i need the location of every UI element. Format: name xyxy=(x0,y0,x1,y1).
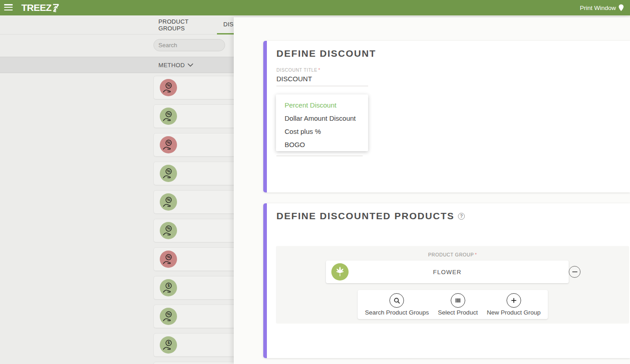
dollar-hand-icon: $ xyxy=(160,279,177,296)
dollar-hand-icon: $ xyxy=(160,336,177,354)
search-product-groups-label: Search Product Groups xyxy=(365,309,429,316)
search-product-groups-button[interactable]: Search Product Groups xyxy=(365,293,429,316)
svg-text:%: % xyxy=(167,312,171,316)
dropdown-option[interactable]: BOGO xyxy=(276,138,368,151)
treez-logo: TREEZ xyxy=(21,2,59,13)
define-discount-card: DEFINE DISCOUNT DISCOUNT TITLE* Percent … xyxy=(263,41,630,192)
percent-hand-icon: % xyxy=(160,308,177,325)
percent-hand-icon: % xyxy=(160,222,177,239)
define-discounted-products-title: DEFINE DISCOUNTED PRODUCTS xyxy=(276,211,454,221)
define-discounted-products-card: DEFINE DISCOUNTED PRODUCTS? PRODUCT GROU… xyxy=(263,203,630,358)
menu-icon[interactable] xyxy=(4,4,13,11)
cannabis-leaf-icon xyxy=(331,263,349,280)
product-group-chip[interactable]: FLOWER xyxy=(326,261,569,283)
svg-text:$: $ xyxy=(167,340,170,345)
plus-icon xyxy=(507,293,521,308)
method-sort-control[interactable]: METHOD xyxy=(158,62,193,69)
search-input[interactable] xyxy=(154,42,225,49)
select-product-label: Select Product xyxy=(438,309,478,316)
discount-title-input[interactable] xyxy=(276,74,368,86)
discount-editor-panel: DEFINE DISCOUNT DISCOUNT TITLE* Percent … xyxy=(234,17,630,364)
discount-title-label: DISCOUNT TITLE* xyxy=(276,68,320,73)
product-group-section: PRODUCT GROUP* FLOWER xyxy=(276,246,629,324)
search-box xyxy=(153,39,225,51)
print-window-button[interactable]: Print Window xyxy=(580,0,624,15)
search-icon xyxy=(389,293,404,308)
chevron-down-icon xyxy=(187,63,193,67)
svg-text:%: % xyxy=(167,140,171,145)
location-pin-icon xyxy=(618,4,624,11)
required-asterisk: * xyxy=(475,252,477,257)
new-product-group-label: New Product Group xyxy=(487,309,541,316)
svg-text:%: % xyxy=(167,169,171,173)
svg-text:%: % xyxy=(167,197,171,202)
define-discount-title: DEFINE DISCOUNT xyxy=(276,48,376,59)
percent-hand-icon: % xyxy=(160,251,177,268)
product-group-label-text: PRODUCT GROUP xyxy=(428,252,474,257)
discount-title-label-text: DISCOUNT TITLE xyxy=(276,68,317,73)
svg-text:$: $ xyxy=(167,283,170,288)
svg-text:%: % xyxy=(167,226,171,231)
tab-product-groups-label: PRODUCT GROUPS xyxy=(158,18,209,32)
treez-logo-text: TREEZ xyxy=(21,2,51,13)
product-group-actions: Search Product GroupsSelect ProductNew P… xyxy=(358,290,548,319)
dropdown-option[interactable]: Cost plus % xyxy=(276,125,368,138)
remove-group-button[interactable] xyxy=(569,266,581,278)
method-label: METHOD xyxy=(158,62,185,69)
svg-text:%: % xyxy=(167,112,171,116)
dropdown-option[interactable]: Dollar Amount Discount xyxy=(276,112,368,125)
dropdown-option[interactable]: Percent Discount xyxy=(276,98,368,112)
treez-tree-arrow-icon xyxy=(52,3,59,13)
required-asterisk: * xyxy=(318,68,320,73)
print-window-label: Print Window xyxy=(580,5,616,11)
percent-hand-icon: % xyxy=(160,79,177,96)
minus-icon xyxy=(572,271,577,272)
app-header: TREEZ Print Window xyxy=(0,0,630,15)
select-product-button[interactable]: Select Product xyxy=(438,293,478,316)
percent-hand-icon: % xyxy=(160,165,177,182)
product-group-label: PRODUCT GROUP* xyxy=(276,252,629,257)
barcode-icon xyxy=(451,293,465,308)
svg-text:%: % xyxy=(167,83,171,88)
percent-hand-icon: % xyxy=(160,136,177,153)
help-icon[interactable]: ? xyxy=(458,213,465,220)
percent-hand-icon: % xyxy=(160,108,177,125)
new-product-group-button[interactable]: New Product Group xyxy=(487,293,541,316)
percent-hand-icon: % xyxy=(160,193,177,211)
discount-type-dropdown: Percent DiscountDollar Amount DiscountCo… xyxy=(276,94,368,151)
svg-text:%: % xyxy=(167,255,171,259)
tab-product-groups[interactable]: PRODUCT GROUPS xyxy=(158,15,209,34)
product-group-chip-label: FLOWER xyxy=(326,269,569,275)
